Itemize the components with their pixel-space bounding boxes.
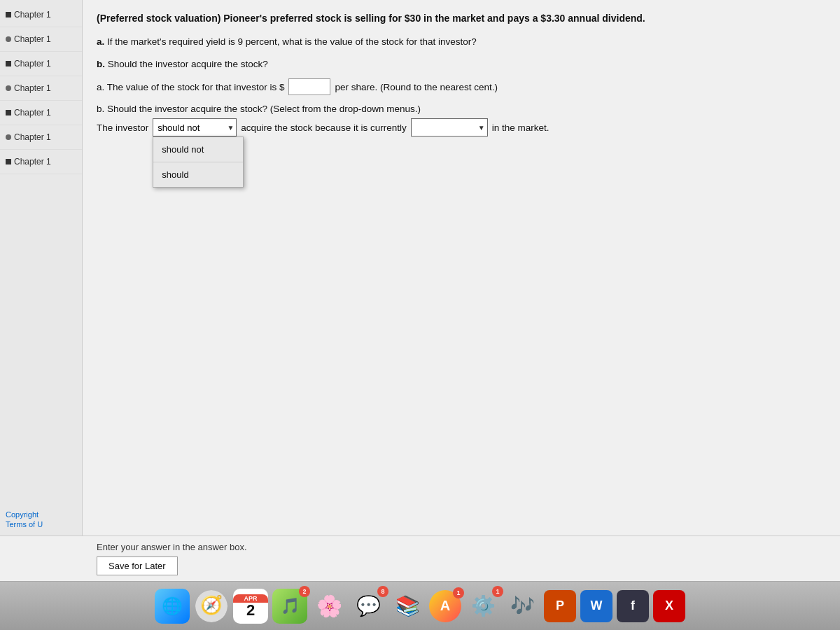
x-label: X — [665, 598, 673, 613]
dock-word[interactable]: W — [580, 590, 612, 622]
dock-powerpoint[interactable]: P — [544, 590, 576, 622]
sidebar-item-5[interactable]: Chapter 1 — [0, 101, 82, 125]
dock-safari[interactable] — [194, 589, 229, 624]
part-a-label: a. — [97, 36, 104, 47]
answer-a-suffix: per share. (Round to the nearest cent.) — [335, 82, 498, 92]
content-area: (Preferred stock valuation) Pioneer's pr… — [83, 0, 840, 536]
dot-icon-2 — [6, 36, 11, 42]
sidebar-item-2[interactable]: Chapter 1 — [0, 27, 82, 52]
badge-1a: 1 — [453, 587, 464, 598]
dock-settings[interactable]: ⚙️ 1 — [465, 589, 500, 624]
dropdown2-select[interactable]: overpriced underpriced fairly priced — [411, 118, 488, 136]
sidebar-item-3[interactable]: Chapter 1 — [0, 52, 82, 76]
part-a-question: a. If the market's required yield is 9 p… — [97, 34, 826, 50]
dropdown1-select[interactable]: should not should — [153, 118, 237, 136]
sidebar-item-7[interactable]: Chapter 1 — [0, 150, 82, 174]
badge-1b: 1 — [492, 586, 503, 597]
square-icon — [6, 12, 11, 18]
calendar-day: 2 — [246, 603, 255, 618]
dock-itunes[interactable]: 🎶 — [505, 589, 540, 624]
copyright-link[interactable]: Copyright — [6, 510, 76, 519]
p-label: P — [556, 598, 564, 613]
dock-close-button[interactable]: X — [653, 590, 685, 622]
acquire-text: acquire the stock because it is currentl… — [241, 122, 406, 133]
sidebar-label-2: Chapter 1 — [14, 34, 51, 44]
investor-label: The investor — [97, 122, 148, 133]
sidebar-label-4: Chapter 1 — [14, 83, 51, 93]
dropdown1-wrapper: should not should ▼ should not should — [153, 118, 237, 136]
square-icon-7 — [6, 159, 11, 164]
part-b-label: b. — [97, 59, 105, 69]
answer-a-row: a. The value of the stock for that inves… — [97, 78, 826, 95]
part-a-text: If the market's required yield is 9 perc… — [107, 36, 477, 47]
dock-app-badge2[interactable]: 🎵 2 — [272, 589, 307, 624]
sidebar-item-1[interactable]: Chapter 1 — [0, 3, 82, 27]
sidebar-label-6: Chapter 1 — [14, 132, 51, 142]
dock-ibooks[interactable]: 📚 — [390, 589, 425, 624]
dot-icon-6 — [6, 134, 11, 140]
dock-finder[interactable]: 🌐 — [155, 589, 190, 624]
main-area: Chapter 1 Chapter 1 Chapter 1 Chapter 1 … — [0, 0, 840, 536]
dock-messages[interactable]: 💬 8 — [351, 589, 386, 624]
sidebar-label-5: Chapter 1 — [14, 108, 51, 118]
dock: 🌐 APR 2 🎵 2 🌸 💬 8 📚 A 1 — [0, 581, 840, 630]
badge-8: 8 — [377, 586, 388, 597]
dock-app-a[interactable]: A 1 — [429, 590, 461, 622]
enter-hint: Enter your answer in the answer box. — [97, 542, 826, 552]
dropdown1-option-should-not[interactable]: should not — [153, 137, 243, 162]
screen: Chapter 1 Chapter 1 Chapter 1 Chapter 1 … — [0, 0, 840, 630]
square-icon-5 — [6, 110, 11, 115]
investor-row: The investor should not should ▼ should … — [97, 118, 826, 136]
part-b-question: b. Should the investor acquire the stock… — [97, 57, 826, 72]
sidebar-item-4[interactable]: Chapter 1 — [0, 76, 82, 101]
sidebar-footer: Copyright Terms of U — [0, 505, 82, 536]
market-text: in the market. — [492, 122, 550, 133]
sidebar-label-3: Chapter 1 — [14, 59, 51, 69]
answer-a-input[interactable] — [288, 78, 330, 95]
dot-icon-4 — [6, 85, 11, 91]
title-prefix: (Preferred stock valuation) — [97, 13, 220, 24]
w-label: W — [591, 598, 603, 613]
terms-link[interactable]: Terms of U — [6, 520, 76, 528]
answer-b-prefix: b. Should the investor acquire the stock… — [97, 104, 421, 114]
part-b-text: Should the investor acquire the stock? — [108, 59, 268, 69]
dock-f-app[interactable]: f — [617, 590, 649, 622]
dock-calendar[interactable]: APR 2 — [233, 589, 268, 624]
save-for-later-button[interactable]: Save for Later — [97, 556, 178, 575]
answer-b-label-row: b. Should the investor acquire the stock… — [97, 104, 826, 114]
sidebar-label-1: Chapter 1 — [14, 10, 51, 20]
sidebar-item-6[interactable]: Chapter 1 — [0, 125, 82, 150]
sidebar-label-7: Chapter 1 — [14, 157, 51, 167]
question-title: (Preferred stock valuation) Pioneer's pr… — [97, 11, 826, 26]
dropdown2-wrapper: overpriced underpriced fairly priced ▼ — [411, 118, 488, 136]
square-icon-3 — [6, 61, 11, 66]
title-body: Pioneer's preferred stock is selling for… — [220, 13, 645, 24]
sidebar: Chapter 1 Chapter 1 Chapter 1 Chapter 1 … — [0, 0, 83, 536]
dropdown1-option-should[interactable]: should — [153, 162, 243, 187]
f-label: f — [631, 598, 635, 613]
dropdown1-popup: should not should — [153, 136, 244, 188]
answer-a-prefix: a. The value of the stock for that inves… — [97, 82, 284, 92]
dock-photos[interactable]: 🌸 — [312, 589, 346, 624]
badge-2: 2 — [299, 586, 310, 597]
bottom-bar: Enter your answer in the answer box. Sav… — [0, 536, 840, 581]
